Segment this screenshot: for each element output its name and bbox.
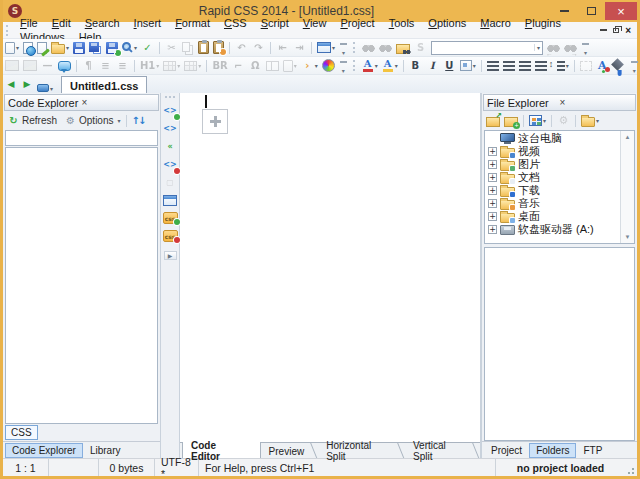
menu-insert[interactable]: Insert <box>127 16 169 30</box>
expand-icon[interactable]: + <box>488 173 497 182</box>
incremental-search-button[interactable]: S <box>412 40 429 56</box>
expand-icon[interactable]: + <box>488 212 497 221</box>
search-combobox[interactable]: ▾ <box>431 41 543 55</box>
object-dropdown-button[interactable]: ▾ <box>281 58 299 74</box>
insert-image-button[interactable] <box>3 58 21 74</box>
explorer-settings-button[interactable]: ⚙ <box>555 113 572 129</box>
tag-remove-button[interactable]: <> <box>163 155 176 173</box>
tree-item[interactable]: +文档 <box>485 171 620 184</box>
menu-plugins[interactable]: Plugins <box>518 16 568 30</box>
fill-color-button[interactable] <box>611 58 628 74</box>
close-button[interactable]: × <box>605 2 637 20</box>
expand-icon[interactable]: + <box>488 147 497 156</box>
align-right-button[interactable] <box>517 58 533 74</box>
paste-button[interactable] <box>196 40 211 56</box>
menu-project[interactable]: Project <box>333 16 381 30</box>
menu-file[interactable]: File <box>13 16 45 30</box>
options-button[interactable]: ⚙ Options ▾ <box>62 113 122 129</box>
anchor-button[interactable]: Ω <box>247 58 264 74</box>
document-tab[interactable]: Untitled1.css <box>61 76 147 93</box>
tab-project[interactable]: Project <box>484 443 529 458</box>
insert-comment-button[interactable] <box>56 58 73 74</box>
tree-scrollbar[interactable]: ▲ ▼ <box>620 131 634 243</box>
tree-item[interactable]: 这台电脑 <box>485 132 620 145</box>
decrease-indent-button[interactable]: ⇤ <box>274 40 291 56</box>
paragraph-button[interactable]: ¶ <box>80 58 97 74</box>
tab-preview[interactable]: Preview <box>261 443 319 458</box>
italic-button[interactable]: I <box>424 58 441 74</box>
copy-button[interactable] <box>180 40 196 56</box>
open-file-button[interactable]: ▾ <box>49 40 71 56</box>
new-from-template-button[interactable] <box>21 40 35 56</box>
replace-button[interactable] <box>377 40 394 56</box>
css-check-fail-button[interactable]: css <box>163 227 178 245</box>
sort-button[interactable]: ↑↓ <box>130 113 147 129</box>
toolbar-overflow-3-button[interactable] <box>337 58 350 74</box>
style-dropdown-button[interactable]: ▾ <box>458 58 478 74</box>
save-copy-button[interactable] <box>87 40 104 56</box>
save-all-button[interactable] <box>104 40 120 56</box>
tree-item[interactable]: +软盘驱动器 (A:) <box>485 223 620 236</box>
toolbar-overflow-button[interactable] <box>337 40 350 56</box>
expand-icon[interactable]: + <box>488 225 497 234</box>
edit-document-button[interactable] <box>35 40 49 56</box>
frame-button[interactable] <box>264 58 281 74</box>
bold-button[interactable]: B <box>407 58 424 74</box>
insert-media-button[interactable] <box>21 58 39 74</box>
favorites-folder-button[interactable]: ▾ <box>579 113 601 129</box>
menu-script[interactable]: Script <box>254 16 296 30</box>
font-color-button[interactable]: ▾ <box>360 58 380 74</box>
menu-format[interactable]: Format <box>168 16 217 30</box>
highlight-color-button[interactable]: ▾ <box>380 58 400 74</box>
css-check-pass-button[interactable]: css <box>163 209 178 227</box>
resize-grip[interactable] <box>625 465 635 475</box>
tab-library[interactable]: Library <box>83 443 128 458</box>
table-dropdown-button[interactable]: ▾ <box>161 58 182 74</box>
expand-icon[interactable]: + <box>488 199 497 208</box>
align-center-button[interactable] <box>501 58 517 74</box>
nav-forward-button[interactable]: ▶ <box>19 76 35 92</box>
mdi-restore-button[interactable] <box>613 28 619 33</box>
expand-icon[interactable]: + <box>488 186 497 195</box>
window-layout-button[interactable]: ▾ <box>315 40 337 56</box>
color-picker-button[interactable] <box>320 58 337 74</box>
refresh-button[interactable]: ↻ Refresh <box>5 113 62 129</box>
tag-insert-button[interactable]: <> <box>163 101 176 119</box>
bullet-list-button[interactable]: ≡ <box>97 58 114 74</box>
menu-options[interactable]: Options <box>421 16 473 30</box>
toolbar-overflow-2-button[interactable] <box>579 40 592 56</box>
menu-macro[interactable]: Macro <box>473 16 518 30</box>
tag-collapse-button[interactable]: « <box>164 137 177 155</box>
numbered-list-button[interactable]: ≡ <box>114 58 131 74</box>
tab-vertical-split[interactable]: Vertical Split <box>405 443 480 458</box>
code-explorer-list[interactable] <box>5 147 158 424</box>
tree-item[interactable]: +下载 <box>485 184 620 197</box>
line-break-button[interactable]: BR <box>210 58 229 74</box>
redo-button[interactable]: ↷ <box>250 40 267 56</box>
menu-search[interactable]: Search <box>78 16 127 30</box>
mdi-minimize-button[interactable] <box>600 29 607 31</box>
nav-back-button[interactable]: ◀ <box>3 76 19 92</box>
selection-tool-button[interactable]: ▢ <box>164 173 177 191</box>
expand-icon[interactable]: + <box>488 160 497 169</box>
view-mode-button[interactable]: ▾ <box>527 113 548 129</box>
tab-list-button[interactable]: ▾ <box>37 84 53 92</box>
menu-tools[interactable]: Tools <box>382 16 422 30</box>
tree-item[interactable]: +音乐 <box>485 197 620 210</box>
cut-button[interactable]: ✂ <box>163 40 180 56</box>
tree-item[interactable]: +图片 <box>485 158 620 171</box>
file-explorer-close-icon[interactable]: × <box>558 97 633 108</box>
tag-dropdown-button[interactable]: ›▾ <box>299 58 320 74</box>
strip-expand-icon[interactable]: ▶ <box>164 251 177 260</box>
code-editor-area[interactable]: Code EditorPreviewHorizontal SplitVertic… <box>180 93 481 458</box>
search-combobox-input[interactable] <box>432 42 534 54</box>
find-in-files-button[interactable] <box>394 40 412 56</box>
justify-button[interactable] <box>533 58 549 74</box>
preview-pane-button[interactable] <box>163 191 177 209</box>
increase-indent-button[interactable]: ⇥ <box>291 40 308 56</box>
search-next-button[interactable] <box>562 40 579 56</box>
tab-code-editor[interactable]: Code Editor <box>182 442 261 458</box>
find-next-button[interactable] <box>360 40 377 56</box>
new-document-button[interactable]: ▾ <box>3 40 21 56</box>
align-left-button[interactable] <box>485 58 501 74</box>
